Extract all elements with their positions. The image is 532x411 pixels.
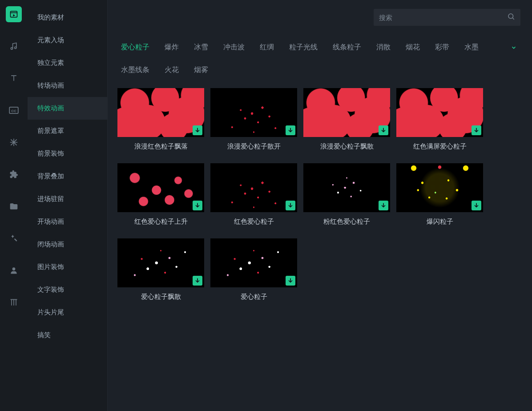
sidebar-item[interactable]: 前景装饰	[28, 142, 107, 165]
music-icon[interactable]	[6, 38, 22, 54]
svg-point-3	[15, 47, 16, 48]
text-icon[interactable]	[6, 70, 22, 86]
asset-label: 红色满屏爱心粒子	[396, 137, 483, 151]
sidebar-item[interactable]: 片头片尾	[28, 301, 107, 324]
sidebar-item[interactable]: 独立元素	[28, 52, 107, 74]
asset-thumbnail[interactable]	[303, 88, 390, 137]
sidebar-item[interactable]: 转场动画	[28, 74, 107, 97]
download-button[interactable]	[472, 125, 481, 135]
sidebar-item[interactable]: 文字装饰	[28, 278, 107, 301]
asset-label: 爱心粒子飘散	[117, 287, 204, 301]
download-button[interactable]	[472, 201, 481, 210]
chevron-down-icon[interactable]	[511, 44, 517, 52]
sidebar-item[interactable]: 我的素材	[28, 6, 107, 29]
download-button[interactable]	[286, 276, 295, 286]
filter-tag[interactable]: 爆炸	[165, 43, 179, 52]
download-button[interactable]	[193, 276, 202, 286]
svg-text:CC: CC	[11, 109, 16, 113]
filter-tag[interactable]: 消散	[376, 43, 391, 52]
asset-label: 红色爱心粒子	[210, 212, 297, 226]
svg-point-6	[12, 267, 16, 270]
tag-filter-row: 爱心粒子爆炸冰雪冲击波红绸粒子光线线条粒子消散烟花彩带水墨水墨线条火花烟雾	[108, 35, 532, 79]
asset-label: 爱心粒子	[210, 287, 297, 301]
download-button[interactable]	[286, 125, 295, 135]
search-icon[interactable]	[507, 12, 515, 22]
asset-card[interactable]: 爱心粒子	[210, 238, 297, 301]
svg-point-2	[11, 48, 12, 49]
filter-tag[interactable]: 水墨线条	[121, 65, 149, 75]
download-button[interactable]	[193, 201, 202, 210]
filter-tag[interactable]: 线条粒子	[333, 43, 361, 52]
asset-grid: 浪漫红色粒子飘落浪漫爱心粒子散开浪漫爱心粒子飘散红色满屏爱心粒子红色爱心粒子上升…	[108, 79, 532, 310]
person-icon[interactable]	[6, 262, 22, 278]
asset-card[interactable]: 红色爱心粒子上升	[117, 163, 204, 226]
asset-label: 红色爱心粒子上升	[117, 212, 204, 226]
asset-thumbnail[interactable]	[117, 88, 204, 137]
asset-card[interactable]: 浪漫爱心粒子飘散	[303, 88, 390, 151]
asset-thumbnail[interactable]	[303, 163, 390, 212]
pattern-icon[interactable]	[6, 134, 22, 150]
wand-icon[interactable]	[6, 230, 22, 246]
media-icon[interactable]	[6, 6, 22, 22]
tool-iconbar: CC	[0, 0, 28, 411]
sidebar-item[interactable]: 搞笑	[28, 324, 107, 347]
filter-tag[interactable]: 红绸	[260, 43, 274, 52]
filter-tag[interactable]: 冲击波	[223, 43, 245, 52]
download-button[interactable]	[379, 201, 388, 210]
caption-icon[interactable]: CC	[6, 102, 22, 118]
search-input[interactable]	[379, 14, 507, 21]
filter-tag[interactable]: 粒子光线	[289, 43, 318, 52]
filter-tag[interactable]: 爱心粒子	[121, 43, 149, 52]
download-button[interactable]	[193, 125, 202, 135]
asset-card[interactable]: 红色满屏爱心粒子	[396, 88, 483, 151]
asset-thumbnail[interactable]	[117, 238, 204, 287]
plugin-icon[interactable]	[6, 166, 22, 182]
sidebar-item[interactable]: 前景遮罩	[28, 120, 107, 142]
asset-thumbnail[interactable]	[396, 88, 483, 137]
asset-label: 浪漫爱心粒子散开	[210, 137, 297, 151]
filter-tag[interactable]: 火花	[165, 65, 179, 75]
svg-point-7	[508, 14, 513, 19]
filter-tag[interactable]: 烟花	[406, 43, 420, 52]
category-sidebar: 我的素材元素入场独立元素转场动画特效动画前景遮罩前景装饰背景叠加进场驻留开场动画…	[28, 0, 108, 411]
asset-card[interactable]: 爱心粒子飘散	[117, 238, 204, 301]
sidebar-item[interactable]: 背景叠加	[28, 165, 107, 188]
asset-card[interactable]: 爆闪粒子	[396, 163, 483, 226]
filter-tag[interactable]: 彩带	[435, 43, 449, 52]
filter-tag[interactable]: 烟雾	[194, 65, 208, 75]
asset-card[interactable]: 红色爱心粒子	[210, 163, 297, 226]
asset-card[interactable]: 浪漫红色粒子飘落	[117, 88, 204, 151]
asset-thumbnail[interactable]	[117, 163, 204, 212]
asset-label: 浪漫爱心粒子飘散	[303, 137, 390, 151]
sidebar-item[interactable]: 开场动画	[28, 210, 107, 233]
asset-label: 爆闪粒子	[396, 212, 483, 226]
asset-thumbnail[interactable]	[210, 88, 297, 137]
folder-icon[interactable]	[6, 198, 22, 214]
asset-label: 浪漫红色粒子飘落	[117, 137, 204, 151]
download-button[interactable]	[379, 125, 388, 135]
download-button[interactable]	[286, 201, 295, 210]
sidebar-item[interactable]: 图片装饰	[28, 256, 107, 278]
filter-tag[interactable]: 水墨	[464, 43, 479, 52]
asset-card[interactable]: 粉红色爱心粒子	[303, 163, 390, 226]
sidebar-item[interactable]: 闭场动画	[28, 233, 107, 256]
main-panel: 爱心粒子爆炸冰雪冲击波红绸粒子光线线条粒子消散烟花彩带水墨水墨线条火花烟雾 浪漫…	[108, 0, 532, 411]
asset-card[interactable]: 浪漫爱心粒子散开	[210, 88, 297, 151]
filter-tag[interactable]: 冰雪	[194, 43, 208, 52]
topbar	[108, 0, 532, 35]
sidebar-item[interactable]: 元素入场	[28, 29, 107, 52]
asset-thumbnail[interactable]	[396, 163, 483, 212]
svg-rect-0	[11, 11, 17, 17]
asset-thumbnail[interactable]	[210, 238, 297, 287]
search-box[interactable]	[374, 9, 520, 26]
asset-thumbnail[interactable]	[210, 163, 297, 212]
sidebar-item[interactable]: 进场驻留	[28, 188, 107, 210]
asset-label: 粉红色爱心粒子	[303, 212, 390, 226]
svg-marker-1	[13, 14, 15, 16]
paragraph-icon[interactable]	[6, 294, 22, 310]
sidebar-item[interactable]: 特效动画	[28, 97, 107, 120]
